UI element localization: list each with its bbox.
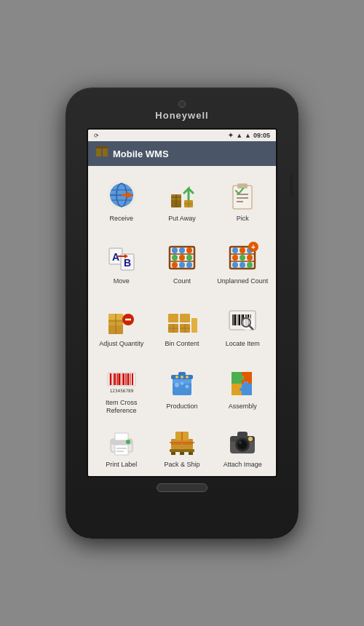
svg-rect-127 (237, 432, 248, 437)
side-button-right[interactable] (290, 175, 293, 197)
grid-item-pack-ship[interactable]: Pack & Ship (151, 419, 212, 473)
svg-point-44 (232, 247, 238, 253)
grid-item-bin-content[interactable]: Bin Content (151, 294, 212, 357)
screen: ⟳ ✦ ▲ ▲ 09:05 Mobile WMS (87, 128, 277, 478)
grid-item-count[interactable]: Count (151, 231, 212, 294)
app-title: Mobile WMS (113, 148, 169, 159)
grid-item-putaway[interactable]: Put Away (151, 169, 212, 231)
svg-point-48 (240, 255, 245, 261)
time-display: 09:05 (253, 132, 270, 139)
svg-text:+: + (251, 243, 256, 251)
svg-point-106 (186, 376, 189, 379)
item-cross-reference-label: Item Cross Reference (92, 399, 150, 415)
signal-icon: ▲ (245, 132, 251, 139)
svg-text:B: B (124, 257, 131, 269)
svg-rect-1 (103, 148, 108, 156)
svg-point-51 (240, 262, 245, 268)
move-label: Move (114, 277, 130, 285)
status-bar: ⟳ ✦ ▲ ▲ 09:05 (88, 130, 276, 141)
home-button[interactable] (157, 483, 207, 492)
assembly-icon (225, 365, 260, 400)
receive-label: Receive (109, 215, 133, 223)
count-icon (165, 240, 199, 275)
sync-icon: ⟳ (94, 132, 99, 139)
svg-point-101 (185, 385, 189, 389)
svg-point-47 (232, 255, 238, 261)
count-label: Count (173, 277, 191, 285)
svg-point-113 (126, 440, 130, 444)
wifi-icon: ▲ (236, 132, 242, 139)
camera (178, 100, 186, 108)
grid-item-pick[interactable]: Pick (213, 169, 273, 231)
adjust-quantity-icon (104, 303, 139, 338)
wms-icon (95, 146, 108, 162)
pack-ship-label: Pack & Ship (164, 461, 199, 469)
svg-point-40 (186, 262, 192, 268)
grid-item-adjust-quantity[interactable]: Adjust Quantity (91, 294, 151, 357)
move-icon: A B (104, 240, 139, 275)
svg-point-131 (239, 441, 242, 444)
grid-item-item-cross-reference[interactable]: 123456789 Item Cross Reference (91, 357, 151, 419)
svg-point-35 (172, 255, 178, 261)
status-right: ✦ ▲ ▲ 09:05 (228, 132, 270, 139)
receive-icon (104, 178, 139, 213)
svg-rect-19 (237, 183, 248, 189)
grid-item-production[interactable]: Production (151, 357, 212, 419)
assembly-label: Assembly (229, 403, 257, 411)
brand-name: Honeywell (155, 110, 208, 121)
status-left: ⟳ (94, 132, 99, 139)
app-header: Mobile WMS (88, 141, 276, 166)
svg-rect-66 (191, 318, 197, 333)
unplanned-count-icon: + (225, 240, 260, 275)
svg-point-104 (175, 376, 178, 379)
locate-item-label: Locate Item (226, 340, 260, 348)
unplanned-count-label: Unplanned Count (217, 277, 268, 285)
svg-point-33 (179, 247, 185, 253)
grid-item-attach-image[interactable]: Attach Image (213, 419, 273, 473)
svg-point-38 (172, 262, 178, 268)
svg-point-99 (175, 383, 179, 387)
svg-rect-114 (170, 449, 194, 452)
svg-point-52 (247, 262, 253, 268)
production-label: Production (166, 403, 197, 411)
device-top: Honeywell (76, 100, 288, 124)
bin-content-icon (165, 303, 199, 338)
svg-point-39 (179, 262, 185, 268)
svg-point-100 (181, 382, 183, 385)
item-cross-reference-icon: 123456789 (104, 362, 139, 397)
grid-item-assembly[interactable]: Assembly (213, 357, 273, 419)
grid-item-unplanned-count[interactable]: + Unplanned Count (213, 231, 273, 294)
locate-item-icon (225, 303, 260, 338)
svg-rect-109 (115, 445, 128, 455)
svg-point-49 (247, 255, 253, 261)
svg-point-45 (240, 247, 245, 253)
putaway-icon (165, 178, 199, 213)
pick-label: Pick (237, 215, 249, 223)
svg-rect-65 (180, 314, 190, 322)
grid-item-move[interactable]: A B Move (91, 231, 151, 294)
app-grid: Receive (88, 166, 276, 476)
grid-item-print-label[interactable]: Print Label (91, 419, 151, 473)
print-label-label: Print Label (106, 461, 137, 469)
svg-point-105 (181, 376, 183, 379)
svg-point-32 (172, 247, 178, 253)
svg-rect-116 (180, 452, 184, 455)
svg-rect-2 (96, 146, 108, 148)
svg-rect-84 (108, 373, 135, 386)
svg-point-37 (186, 255, 192, 261)
grid-item-receive[interactable]: Receive (91, 169, 151, 231)
attach-image-icon (225, 424, 260, 459)
bluetooth-icon: ✦ (228, 132, 234, 139)
device: Honeywell ⟳ ✦ ▲ ▲ 09:05 Mobi (66, 87, 298, 539)
putaway-label: Put Away (168, 215, 195, 223)
svg-point-34 (186, 247, 192, 253)
svg-rect-112 (115, 433, 128, 440)
svg-rect-115 (171, 452, 175, 455)
adjust-quantity-label: Adjust Quantity (99, 340, 143, 348)
grid-item-locate-item[interactable]: Locate Item (213, 294, 273, 357)
pack-ship-icon (165, 424, 199, 459)
svg-point-36 (179, 255, 185, 261)
bin-content-label: Bin Content (165, 340, 199, 348)
svg-rect-64 (168, 314, 178, 322)
svg-point-132 (248, 437, 253, 441)
